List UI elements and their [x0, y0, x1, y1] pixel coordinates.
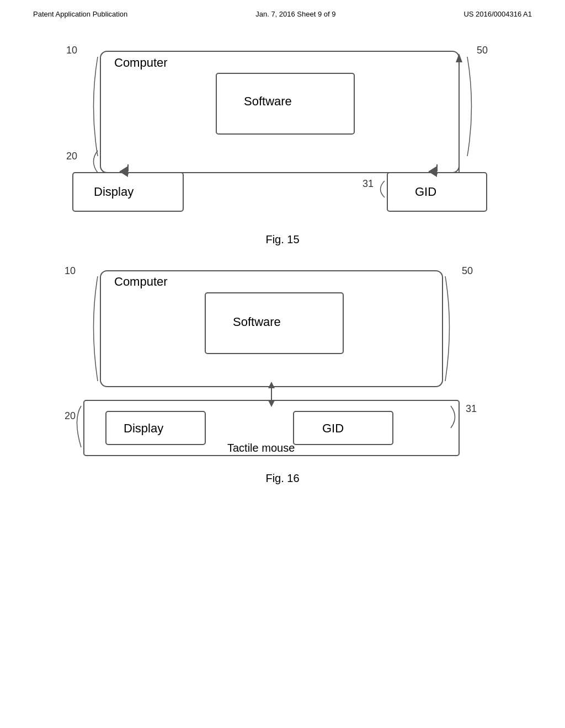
fig16-gid-label: GID	[322, 421, 344, 436]
header-center: Jan. 7, 2016 Sheet 9 of 9	[255, 10, 335, 18]
svg-marker-20	[268, 382, 275, 388]
header-right: US 2016/0004316 A1	[463, 10, 532, 18]
fig16-ref-20: 20	[65, 410, 76, 422]
fig15-display-label: Display	[94, 185, 134, 199]
fig15-section: Computer Software Display GID 10 50 20 3…	[0, 40, 565, 246]
svg-marker-10	[456, 53, 462, 62]
fig16-ref-50: 50	[462, 265, 473, 277]
fig15-diagram: Computer Software Display GID 10 50 20 3…	[56, 40, 509, 228]
fig16-section: Computer Software Display GID Tactile mo…	[0, 263, 565, 485]
fig16-svg	[56, 263, 509, 467]
fig16-ref-31: 31	[466, 403, 477, 415]
fig16-display-label: Display	[124, 421, 163, 436]
fig15-ref-10: 10	[66, 45, 77, 56]
fig16-diagram: Computer Software Display GID Tactile mo…	[56, 263, 509, 467]
fig16-computer-label: Computer	[114, 275, 168, 289]
fig15-ref-50: 50	[477, 45, 488, 56]
svg-rect-3	[387, 173, 487, 211]
fig15-gid-label: GID	[415, 185, 436, 199]
fig16-software-label: Software	[233, 315, 281, 329]
page-header: Patent Application Publication Jan. 7, 2…	[0, 0, 565, 24]
fig16-ref-10: 10	[65, 265, 76, 277]
fig15-computer-label: Computer	[114, 56, 168, 70]
header-left: Patent Application Publication	[33, 10, 127, 18]
fig16-tactile-mouse-label: Tactile mouse	[227, 442, 295, 454]
fig16-label: Fig. 16	[0, 472, 565, 485]
fig15-ref-20: 20	[66, 151, 77, 162]
fig15-label: Fig. 15	[0, 233, 565, 246]
fig15-ref-31: 31	[363, 178, 374, 190]
svg-marker-21	[268, 400, 275, 407]
fig15-software-label: Software	[244, 94, 292, 109]
